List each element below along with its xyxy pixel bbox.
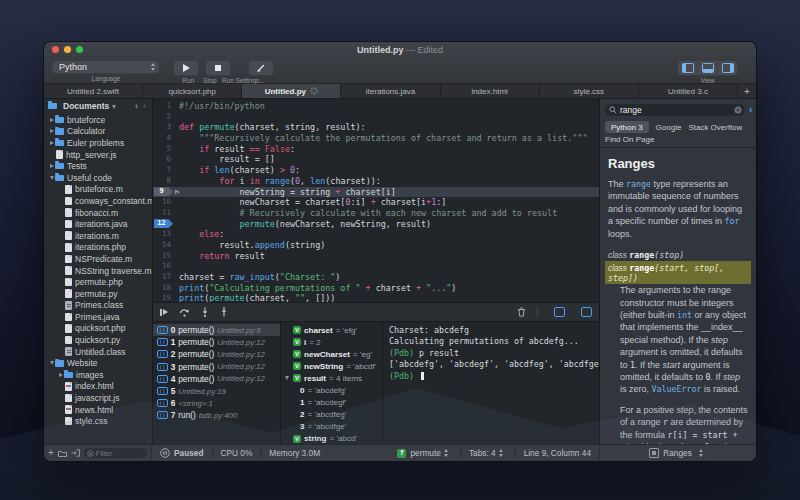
tree-item-primes-java[interactable]: Primes.java xyxy=(44,311,152,323)
line-number-6[interactable]: 6 xyxy=(153,154,179,165)
code-line-6[interactable]: 6 result = [] xyxy=(153,154,599,165)
stack-frame-6[interactable]: ()6<string>:1 xyxy=(153,397,280,409)
line-number-8[interactable]: 8 xyxy=(153,176,179,187)
tree-item-fibonacci-m[interactable]: fibonacci.m xyxy=(44,207,152,219)
stack-frame-0[interactable]: ()0permute()Untitled.py:9 xyxy=(153,324,280,336)
variable-row-3[interactable]: 3= 'abcdfge' xyxy=(281,421,382,433)
function-selector[interactable]: permute xyxy=(410,448,440,458)
tree-item-index-html[interactable]: index.html xyxy=(44,381,152,393)
disclosure-closed-icon[interactable] xyxy=(57,373,64,377)
code-line-8[interactable]: 8 for i in range(0, len(charset)): xyxy=(153,176,599,187)
history-forward-button[interactable]: › xyxy=(143,101,148,111)
line-number-19[interactable]: 19 xyxy=(153,293,179,302)
line-number-9[interactable]: 9▷ xyxy=(153,187,179,198)
line-number-10[interactable]: 10 xyxy=(153,197,179,208)
minimize-window-button[interactable] xyxy=(64,46,71,53)
tree-item-news-html[interactable]: news.html xyxy=(44,404,152,416)
filter-field[interactable] xyxy=(84,448,147,458)
disclosure-open-icon[interactable] xyxy=(48,361,55,365)
new-folder-icon[interactable] xyxy=(58,450,67,457)
filter-input[interactable] xyxy=(96,449,144,458)
line-number-17[interactable]: 17 xyxy=(153,272,179,283)
tabs-setting-selector[interactable]: Tabs: 4 xyxy=(469,448,496,458)
doc-section-stepper-icon[interactable] xyxy=(699,449,703,457)
code-line-11[interactable]: 11 # Recursively calculate with each new… xyxy=(153,208,599,219)
stack-frame-5[interactable]: ()5Untitled.py:19 xyxy=(153,385,280,397)
tree-item-images[interactable]: images xyxy=(44,369,152,381)
code-line-2[interactable]: 2 xyxy=(153,112,599,123)
line-number-3[interactable]: 3 xyxy=(153,122,179,133)
tree-item-untitled-class[interactable]: Untitled.class xyxy=(44,346,152,358)
tree-item-website[interactable]: Website xyxy=(44,357,152,369)
doc-section-selector[interactable]: Ranges xyxy=(663,448,692,458)
code-line-5[interactable]: 5 if result == False: xyxy=(153,144,599,155)
code-line-9[interactable]: 9▷ newString = string + charset[i] xyxy=(153,187,599,198)
editor-tab-untitled-2-swift[interactable]: Untitled 2.swift xyxy=(44,84,143,98)
disclosure-closed-icon[interactable] xyxy=(48,141,55,145)
tree-item-euler-problems[interactable]: Euler problems xyxy=(44,137,152,149)
code-line-7[interactable]: 7 if len(charset) > 0: xyxy=(153,165,599,176)
tree-item-permute-php[interactable]: permute.php xyxy=(44,276,152,288)
tree-item-nspredicate-m[interactable]: NSPredicate.m xyxy=(44,253,152,265)
variable-row-2[interactable]: 2= 'abcdfeg' xyxy=(281,409,382,421)
tree-item-bruteforce-m[interactable]: bruteforce.m xyxy=(44,184,152,196)
tree-item-primes-class[interactable]: Primes.class xyxy=(44,300,152,312)
toggle-console-panel-button[interactable] xyxy=(581,307,592,317)
breakpoint-marker[interactable]: 9 xyxy=(154,187,173,196)
code-line-19[interactable]: 19print(permute(charset, "", [])) xyxy=(153,293,599,302)
close-window-button[interactable] xyxy=(52,46,59,53)
tree-item-useful-code[interactable]: Useful code xyxy=(44,172,152,184)
tree-item-iterations-java[interactable]: iterations.java xyxy=(44,218,152,230)
clear-console-button[interactable] xyxy=(517,306,526,318)
doc-search-input[interactable] xyxy=(620,105,731,115)
view-right-panel-button[interactable] xyxy=(718,61,737,75)
code-line-16[interactable]: 16 xyxy=(153,261,599,272)
run-settings-button[interactable] xyxy=(248,60,274,76)
tree-item-tests[interactable]: Tests xyxy=(44,160,152,172)
view-bottom-panel-button[interactable] xyxy=(698,61,718,75)
run-button[interactable] xyxy=(173,60,199,76)
continue-button[interactable] xyxy=(160,306,168,318)
variable-row-result[interactable]: Vresult= 4 items xyxy=(281,372,382,384)
code-line-3[interactable]: 3def permute(charset, string, result): xyxy=(153,122,599,133)
variable-row-i[interactable]: Vi= 2 xyxy=(281,336,382,348)
editor-tab-iterations-java[interactable]: iterations.java xyxy=(341,84,440,98)
tree-item-permute-py[interactable]: permute.py xyxy=(44,288,152,300)
code-line-13[interactable]: 13 else: xyxy=(153,229,599,240)
tree-item-http-server-js[interactable]: http_server.js xyxy=(44,149,152,161)
tree-item-style-css[interactable]: style.css xyxy=(44,415,152,427)
code-line-15[interactable]: 15 return result xyxy=(153,251,599,262)
code-line-1[interactable]: 1#!/usr/bin/python xyxy=(153,101,599,112)
code-line-10[interactable]: 10 newCharset = charset[0:i] + charset[i… xyxy=(153,197,599,208)
variable-row-string[interactable]: Vstring= 'abcd' xyxy=(281,433,382,444)
disclosure-open-icon[interactable] xyxy=(284,376,290,380)
stack-frame-4[interactable]: ()4permute()Untitled.py:12 xyxy=(153,373,280,385)
code-line-12[interactable]: 12 permute(newCharset, newString, result… xyxy=(153,219,599,230)
line-number-15[interactable]: 15 xyxy=(153,251,179,262)
code-line-4[interactable]: 4 """Recursively calculate the permutati… xyxy=(153,133,599,144)
line-number-1[interactable]: 1 xyxy=(153,101,179,112)
tree-item-iterations-m[interactable]: iterations.m xyxy=(44,230,152,242)
sidebar-header[interactable]: Documents ‹ › xyxy=(44,99,152,113)
line-number-5[interactable]: 5 xyxy=(153,144,179,155)
editor-tab-style-css[interactable]: style.css xyxy=(540,84,639,98)
doc-back-button[interactable]: ‹ xyxy=(749,105,752,115)
tree-item-iterations-php[interactable]: iterations.php xyxy=(44,242,152,254)
tree-item-calculator[interactable]: Calculator xyxy=(44,126,152,138)
stop-button[interactable] xyxy=(205,60,231,76)
code-line-14[interactable]: 14 result.append(string) xyxy=(153,240,599,251)
variable-row-newCharset[interactable]: VnewCharset= 'eg' xyxy=(281,348,382,360)
editor-tab-index-html[interactable]: index.html xyxy=(441,84,540,98)
doc-tab-python-3[interactable]: Python 3 xyxy=(605,121,649,133)
code-line-17[interactable]: 17charset = raw_input("Charset: ") xyxy=(153,272,599,283)
stack-frame-7[interactable]: ()7run()bdb.py:400 xyxy=(153,409,280,421)
variable-row-0[interactable]: 0= 'abcdefg' xyxy=(281,384,382,396)
disclosure-open-icon[interactable] xyxy=(48,176,55,180)
step-out-button[interactable] xyxy=(220,306,228,318)
breakpoint-marker[interactable]: 12 xyxy=(154,219,173,228)
new-tab-button[interactable]: + xyxy=(738,84,756,98)
line-number-12[interactable]: 12 xyxy=(153,219,179,230)
tree-item-quicksort-php[interactable]: quicksort.php xyxy=(44,323,152,335)
line-number-4[interactable]: 4 xyxy=(153,133,179,144)
stack-frame-3[interactable]: ()3permute()Untitled.py:12 xyxy=(153,361,280,373)
